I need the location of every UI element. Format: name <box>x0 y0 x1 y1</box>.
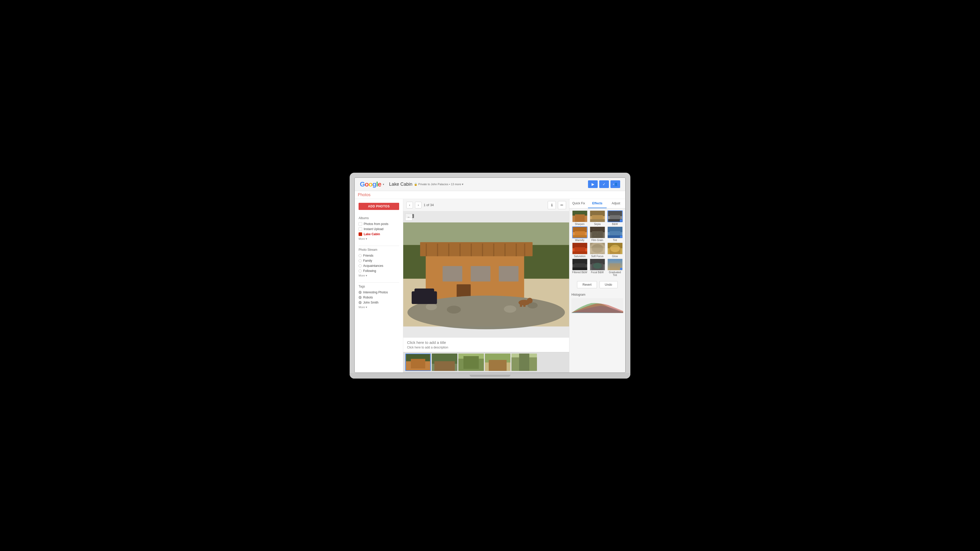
photostream-more-arrow: ▾ <box>366 274 367 277</box>
histogram-title: Histogram <box>571 293 623 297</box>
thumbnail-5[interactable] <box>511 354 537 371</box>
effects-grid: Sharpen Sepia <box>570 208 625 279</box>
photo-title-input[interactable] <box>407 340 565 345</box>
thumbnail-3[interactable] <box>458 354 484 371</box>
check-button[interactable]: ✓ <box>599 180 609 188</box>
svg-rect-62 <box>573 235 587 238</box>
effect-graduatedtint[interactable]: Graduated Tint <box>607 259 623 276</box>
sidebar-item-family[interactable]: Family <box>359 258 399 263</box>
sidebar-label-john-smith: John Smith <box>363 301 379 304</box>
effect-filmgrain[interactable]: Film Grain <box>589 227 606 241</box>
sidebar-item-robots[interactable]: 🏷 Robots <box>359 295 399 300</box>
checkbox-lake-cabin[interactable] <box>359 232 362 236</box>
sidebar-item-acquaintances[interactable]: Acquaintances <box>359 263 399 268</box>
svg-rect-46 <box>519 354 529 371</box>
effect-thumb-focalbw <box>590 259 605 270</box>
sidebar-item-instant-upload[interactable]: Instant Upload <box>359 227 399 232</box>
checkbox-instant-upload[interactable] <box>359 227 362 231</box>
undo-button[interactable]: Undo <box>600 281 617 288</box>
privacy-dropdown-arrow[interactable]: ▾ <box>462 183 463 186</box>
effect-label-warmify: Warmify <box>575 239 584 241</box>
photo-count: 1 of 34 <box>424 203 434 207</box>
share-button[interactable]: +👤 <box>611 180 620 188</box>
effect-softfocus[interactable]: Soft Focus <box>589 243 606 258</box>
slideshow-button[interactable]: ▶ <box>588 180 598 188</box>
effect-filteredbw[interactable]: Filtered B&W <box>571 259 588 276</box>
svg-rect-65 <box>592 231 603 238</box>
svg-point-74 <box>620 235 622 238</box>
photo-viewer: ← 75% <box>403 211 569 352</box>
sidebar: ADD PHOTOS Albums Photos from posts Inst… <box>355 199 403 372</box>
svg-point-69 <box>595 235 595 235</box>
thumbnail-4[interactable] <box>485 354 511 371</box>
laptop-screen: Google ▾ Lake Cabin 🔒 Private to John Pa… <box>354 177 626 373</box>
edit-icon: ✏ <box>560 203 563 207</box>
sidebar-tags-section: Tags 🏷 Interesting Photos 🏷 Robots 🏷 Joh… <box>355 285 403 312</box>
add-photos-button[interactable]: ADD PHOTOS <box>359 203 399 210</box>
sidebar-item-interesting-photos[interactable]: 🏷 Interesting Photos <box>359 290 399 295</box>
effect-focalbw[interactable]: Focal B&W <box>589 259 606 276</box>
tab-quick-fix[interactable]: Quick Fix <box>570 199 588 208</box>
svg-rect-90 <box>573 267 587 270</box>
effect-bw[interactable]: B&W <box>607 210 623 225</box>
checkbox-photos-from-posts[interactable] <box>359 222 362 226</box>
google-logo-area[interactable]: Google ▾ <box>360 180 384 188</box>
effect-label-graduatedtint: Graduated Tint <box>607 271 623 276</box>
effect-thumb-graduatedtint <box>608 259 623 270</box>
edit-button[interactable]: ✏ <box>558 201 566 209</box>
sidebar-item-lake-cabin[interactable]: Lake Cabin <box>359 232 399 237</box>
sidebar-item-john-smith[interactable]: 🏷 John Smith <box>359 300 399 305</box>
effect-sharpen[interactable]: Sharpen <box>571 210 588 225</box>
photo-main: 75% <box>403 211 569 338</box>
tab-effects[interactable]: Effects <box>588 199 607 208</box>
sidebar-label-robots: Robots <box>363 295 373 299</box>
effect-thumb-filteredbw <box>572 259 587 270</box>
sidebar-albums-section: Albums Photos from posts Instant Upload … <box>355 216 403 244</box>
effect-label-sharpen: Sharpen <box>575 223 585 225</box>
revert-undo-row: Revert Undo <box>570 279 625 291</box>
lock-icon: 🔒 <box>414 183 417 186</box>
prev-photo-button[interactable]: ‹ <box>406 202 413 208</box>
effect-tint[interactable]: Tint <box>607 227 623 241</box>
edit-tabs: Quick Fix Effects Adjust <box>570 199 625 208</box>
effect-glow[interactable]: Glow <box>607 243 623 258</box>
svg-point-68 <box>601 230 601 230</box>
photo-desc-input[interactable] <box>407 346 565 349</box>
sidebar-label-photos-from-posts: Photos from posts <box>364 222 388 226</box>
info-button[interactable]: ℹ <box>548 201 556 209</box>
effect-thumb-tint <box>608 227 623 238</box>
albums-more-label: More <box>359 237 365 240</box>
photos-title: Photos <box>358 192 371 197</box>
revert-button[interactable]: Revert <box>577 281 597 288</box>
photostream-more[interactable]: More ▾ <box>359 273 399 278</box>
sidebar-item-friends[interactable]: Friends <box>359 253 399 258</box>
effect-sepia[interactable]: Sepia <box>589 210 606 225</box>
sidebar-item-following[interactable]: Following <box>359 268 399 273</box>
circle-following <box>359 269 362 272</box>
main-photo <box>403 211 569 338</box>
sidebar-item-photos-from-posts[interactable]: Photos from posts <box>359 221 399 227</box>
sidebar-label-instant-upload: Instant Upload <box>364 227 383 231</box>
album-privacy: 🔒 Private to John Palacios • 13 more ▾ <box>414 183 463 186</box>
sidebar-photostream-section: Photo Stream Friends Family Acquaintance… <box>355 248 403 280</box>
albums-more[interactable]: More ▾ <box>359 237 399 241</box>
thumbnail-1[interactable] <box>405 354 431 371</box>
next-photo-button[interactable]: › <box>415 202 422 208</box>
google-dropdown-arrow[interactable]: ▾ <box>383 183 384 186</box>
tab-adjust[interactable]: Adjust <box>607 199 625 208</box>
effect-label-softfocus: Soft Focus <box>591 255 604 258</box>
photo-stream-section-title: Photo Stream <box>359 248 399 251</box>
svg-point-67 <box>597 232 598 233</box>
google-logo: Google <box>360 180 381 188</box>
svg-rect-40 <box>463 356 479 369</box>
effect-thumb-sepia <box>590 210 605 222</box>
svg-point-66 <box>593 229 594 229</box>
svg-rect-53 <box>590 219 605 222</box>
tags-more[interactable]: More ▾ <box>359 305 399 310</box>
effect-warmify[interactable]: Warmify <box>571 227 588 241</box>
effect-saturation[interactable]: Saturation <box>571 243 588 258</box>
album-title-area: Lake Cabin 🔒 Private to John Palacios • … <box>389 182 463 187</box>
photostream-more-label: More <box>359 274 365 277</box>
back-button[interactable]: ← <box>405 213 412 221</box>
thumbnail-2[interactable] <box>432 354 457 371</box>
